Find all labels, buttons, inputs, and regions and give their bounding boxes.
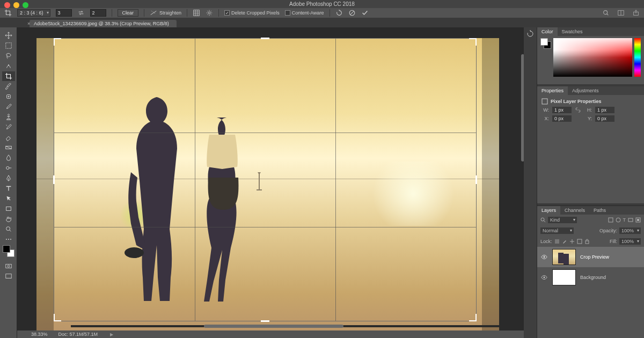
history-panel-icon[interactable]: [526, 30, 535, 38]
crop-height-input[interactable]: 2: [90, 9, 106, 17]
filter-adjust-icon[interactable]: [616, 217, 621, 223]
tools-panel: [0, 27, 17, 338]
crop-tool[interactable]: [2, 71, 15, 81]
gradient-tool[interactable]: [2, 143, 15, 152]
layer-row[interactable]: Background: [537, 267, 644, 288]
filter-shape-icon[interactable]: [628, 217, 633, 223]
foreground-color-swatch[interactable]: [3, 245, 10, 253]
filter-kind-dropdown[interactable]: Kind: [548, 217, 577, 223]
screen-mode-toggle[interactable]: [2, 271, 15, 281]
history-brush-tool[interactable]: [2, 122, 15, 132]
crop-options-gear-icon[interactable]: [206, 9, 213, 17]
close-tab-icon[interactable]: ×: [27, 21, 30, 26]
lock-all-icon[interactable]: [584, 239, 590, 244]
checkbox-unchecked-icon: [285, 10, 290, 16]
color-panel-fg-bg[interactable]: [540, 38, 551, 49]
filter-image-icon[interactable]: [608, 217, 613, 223]
type-tool[interactable]: [2, 183, 15, 193]
aspect-ratio-preset-dropdown[interactable]: 2 : 3 (4 : 6): [17, 9, 50, 17]
zoom-tool[interactable]: [2, 224, 15, 234]
brush-tool[interactable]: [2, 102, 15, 112]
layer-thumbnail[interactable]: [552, 249, 576, 265]
status-menu-icon[interactable]: ▶: [110, 332, 113, 337]
lock-position-icon[interactable]: [569, 239, 575, 244]
status-bar: 38.33% Doc: 57.1M/57.1M ▶: [17, 330, 537, 338]
color-field[interactable]: [553, 38, 632, 77]
canvas-area[interactable]: 38.33% Doc: 57.1M/57.1M ▶: [17, 27, 537, 338]
document-tab-label: AdobeStock_134236609.jpeg @ 38.3% (Crop …: [34, 21, 169, 26]
horizontal-scrollbar[interactable]: [71, 325, 515, 327]
eyedropper-tool[interactable]: [2, 82, 15, 91]
blend-mode-dropdown[interactable]: Normal: [540, 227, 574, 234]
lock-paint-icon[interactable]: [562, 239, 567, 244]
hand-tool[interactable]: [2, 214, 15, 224]
x-value[interactable]: 0 px: [552, 115, 572, 122]
tab-channels[interactable]: Channels: [560, 206, 589, 215]
lock-transparency-icon[interactable]: [554, 239, 560, 244]
link-dimensions-icon[interactable]: [575, 107, 581, 113]
svg-point-14: [8, 239, 9, 240]
share-icon[interactable]: [632, 9, 640, 17]
svg-rect-0: [194, 10, 200, 16]
width-value[interactable]: 1 px: [552, 107, 572, 113]
fill-label: Fill:: [610, 239, 617, 244]
cancel-crop-icon[interactable]: [348, 9, 356, 17]
properties-title: Pixel Layer Properties: [551, 99, 602, 104]
marquee-tool[interactable]: [2, 41, 15, 50]
eraser-tool[interactable]: [2, 133, 15, 142]
clone-stamp-tool[interactable]: [2, 112, 15, 122]
edit-toolbar-icon[interactable]: [5, 237, 12, 241]
filter-type-icon[interactable]: T: [623, 217, 626, 223]
tab-swatches[interactable]: Swatches: [558, 27, 587, 36]
clear-button[interactable]: Clear: [118, 9, 139, 17]
content-aware-label: Content-Aware: [292, 10, 324, 16]
pen-tool[interactable]: [2, 173, 15, 183]
quick-mask-toggle[interactable]: [2, 261, 15, 271]
tab-layers[interactable]: Layers: [537, 206, 560, 215]
visibility-eye-icon[interactable]: [540, 253, 548, 261]
content-aware-checkbox[interactable]: Content-Aware: [285, 10, 324, 16]
layer-thumbnail[interactable]: [552, 269, 576, 285]
straighten-button[interactable]: Straighten: [150, 9, 181, 17]
visibility-eye-icon[interactable]: [540, 274, 548, 281]
crop-width-input[interactable]: 3: [56, 9, 72, 17]
zoom-level[interactable]: 38.33%: [31, 332, 48, 337]
arrange-documents-icon[interactable]: [617, 9, 625, 17]
path-select-tool[interactable]: [2, 194, 15, 203]
commit-crop-icon[interactable]: [361, 9, 369, 17]
dodge-tool[interactable]: [2, 163, 15, 173]
overlay-grid-icon[interactable]: [193, 9, 200, 17]
maximize-window-button[interactable]: [23, 2, 28, 8]
layer-row[interactable]: Crop Preview: [537, 247, 644, 267]
layer-list: Crop Preview Background: [537, 247, 644, 338]
y-label: Y:: [584, 116, 592, 121]
blur-tool[interactable]: [2, 153, 15, 163]
swap-dimensions-icon[interactable]: [77, 9, 85, 17]
foreground-background-colors[interactable]: [3, 245, 14, 257]
document-tab[interactable]: × AdobeStock_134236609.jpeg @ 38.3% (Cro…: [30, 20, 177, 27]
tab-properties[interactable]: Properties: [537, 86, 568, 95]
y-value[interactable]: 0 px: [595, 115, 614, 122]
move-tool[interactable]: [2, 31, 15, 40]
rectangle-tool[interactable]: [2, 204, 15, 214]
tab-color[interactable]: Color: [537, 27, 558, 36]
layer-name[interactable]: Background: [580, 275, 606, 280]
height-value[interactable]: 1 px: [595, 107, 614, 113]
opacity-value[interactable]: 100%: [619, 227, 641, 234]
lock-artboard-icon[interactable]: [577, 239, 582, 244]
reset-crop-icon[interactable]: [335, 9, 343, 17]
filter-kind-search-icon[interactable]: [540, 217, 546, 223]
healing-brush-tool[interactable]: [2, 92, 15, 101]
search-icon[interactable]: [602, 9, 610, 17]
layer-name[interactable]: Crop Preview: [580, 254, 609, 260]
tab-paths[interactable]: Paths: [589, 206, 610, 215]
fill-value[interactable]: 100%: [619, 238, 641, 245]
hue-slider[interactable]: [634, 38, 641, 77]
filter-smart-icon[interactable]: [635, 217, 641, 223]
quick-select-tool[interactable]: [2, 61, 15, 71]
lasso-tool[interactable]: [2, 51, 15, 61]
tab-adjustments[interactable]: Adjustments: [568, 86, 603, 95]
close-window-button[interactable]: [4, 2, 10, 8]
minimize-window-button[interactable]: [13, 2, 19, 8]
delete-cropped-checkbox[interactable]: ✓ Delete Cropped Pixels: [224, 10, 280, 16]
